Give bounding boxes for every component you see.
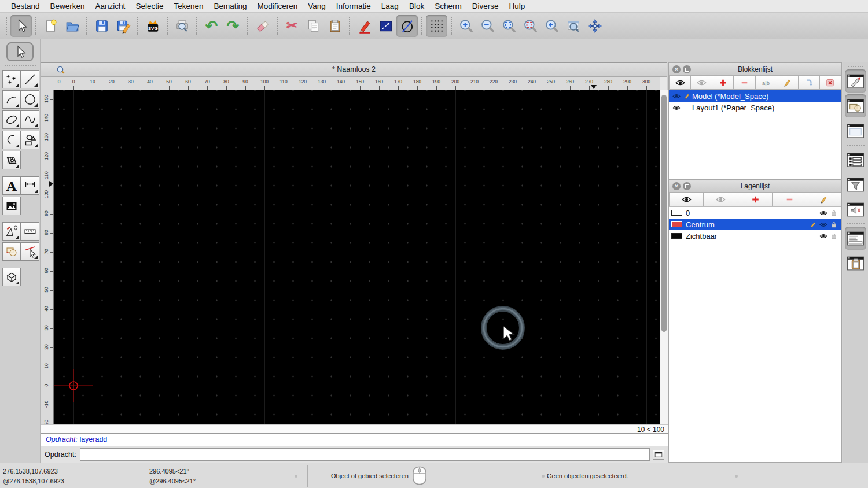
tool-measure-button[interactable] xyxy=(21,222,39,241)
block-row[interactable]: Model (*Model_Space) xyxy=(669,90,841,102)
save-drawing-as-button[interactable] xyxy=(112,15,134,37)
insert-block-button[interactable] xyxy=(799,76,820,90)
zoom-auto-button[interactable] xyxy=(498,15,520,37)
menu-selectie[interactable]: Selectie xyxy=(130,0,168,13)
copy-button[interactable] xyxy=(303,15,324,37)
eye-icon[interactable] xyxy=(818,232,829,240)
lock-icon[interactable] xyxy=(829,220,839,228)
tool-image-button[interactable] xyxy=(2,197,21,215)
pencil-icon[interactable] xyxy=(808,220,818,228)
tool-line-button[interactable] xyxy=(21,70,39,88)
open-drawing-button[interactable] xyxy=(61,15,83,37)
tool-hatch-button[interactable] xyxy=(2,151,21,169)
toggle-announcement-widget-button[interactable] xyxy=(845,198,866,221)
tool-modify-button[interactable] xyxy=(2,242,21,261)
toggle-layer-filter-button[interactable] xyxy=(845,173,866,196)
delete-block-button[interactable] xyxy=(820,76,841,90)
edit-layer-button[interactable] xyxy=(807,193,841,206)
toggle-block-edit-widget-button[interactable] xyxy=(845,69,866,93)
lock-icon[interactable] xyxy=(829,232,839,240)
menu-hulp[interactable]: Hulp xyxy=(503,0,530,13)
show-all-layers-button[interactable] xyxy=(669,193,704,206)
select-tool-button[interactable] xyxy=(10,15,32,37)
tool-3d-button[interactable] xyxy=(2,268,21,286)
tool-drafting-button[interactable] xyxy=(2,222,21,241)
tool-dimension-button[interactable] xyxy=(21,176,39,195)
drawing-canvas[interactable] xyxy=(54,90,660,424)
vertical-scrollbar[interactable] xyxy=(660,90,668,424)
redo-button[interactable]: ↷ xyxy=(222,15,244,37)
dock-grip[interactable] xyxy=(5,65,36,66)
eye-icon[interactable] xyxy=(818,220,829,228)
zoom-out-button[interactable] xyxy=(477,15,498,37)
show-all-blocks-button[interactable] xyxy=(669,76,691,90)
edit-block-button[interactable] xyxy=(777,76,799,90)
pen-attributes-button[interactable] xyxy=(354,15,375,37)
menu-laag[interactable]: Laag xyxy=(376,0,404,13)
toggle-library-browser-button[interactable] xyxy=(845,94,866,117)
new-drawing-button[interactable] xyxy=(40,15,61,37)
command-detach-button[interactable] xyxy=(653,450,664,460)
toggle-clipboard-widget-button[interactable] xyxy=(845,252,866,275)
menu-modificeren[interactable]: Modificeren xyxy=(252,0,303,13)
tool-text-button[interactable]: A xyxy=(2,176,21,195)
print-preview-button[interactable] xyxy=(171,15,193,37)
menu-aanzicht[interactable]: Aanzicht xyxy=(90,0,131,13)
add-block-button[interactable] xyxy=(712,76,734,90)
block-row[interactable]: Layout1 (*Paper_Space) xyxy=(669,102,841,113)
remove-block-button[interactable] xyxy=(734,76,755,90)
layer-row[interactable]: 0 xyxy=(669,207,841,219)
tool-shapes-button[interactable] xyxy=(21,131,39,149)
toggle-layer-list-button[interactable] xyxy=(845,148,866,171)
vertical-scrollbar-thumb[interactable] xyxy=(661,95,667,332)
draft-mode-button[interactable] xyxy=(396,15,418,37)
menu-scherm[interactable]: Scherm xyxy=(429,0,467,13)
toggle-command-widget-button[interactable] xyxy=(845,227,866,250)
add-layer-button[interactable] xyxy=(738,193,773,206)
menu-informatie[interactable]: Informatie xyxy=(331,0,376,13)
command-input[interactable] xyxy=(80,448,650,461)
menu-tekenen[interactable]: Tekenen xyxy=(168,0,208,13)
toolbar-grip[interactable] xyxy=(6,17,8,35)
pencil-icon[interactable] xyxy=(682,92,692,100)
layer-row[interactable]: Zichtbaar xyxy=(669,230,841,242)
tool-ellipse-button[interactable] xyxy=(2,110,21,129)
tool-arc-button[interactable] xyxy=(2,90,21,109)
menu-blok[interactable]: Blok xyxy=(404,0,429,13)
undo-button[interactable]: ↶ xyxy=(201,15,222,37)
toggle-blank-widget-button[interactable] xyxy=(845,119,866,142)
tool-circle-button[interactable] xyxy=(21,90,39,109)
cut-button[interactable]: ✂ xyxy=(281,15,303,37)
hide-all-layers-button[interactable] xyxy=(704,193,738,206)
export-svg-button[interactable]: SVG xyxy=(142,15,163,37)
save-drawing-button[interactable] xyxy=(91,15,112,37)
tool-points-button[interactable] xyxy=(2,70,21,88)
zoom-previous-button[interactable] xyxy=(541,15,562,37)
eye-icon[interactable] xyxy=(671,103,682,112)
select-tool-button[interactable] xyxy=(6,42,34,61)
eye-icon[interactable] xyxy=(671,92,682,100)
tool-select-entities-button[interactable] xyxy=(21,242,39,261)
zoom-pan-button[interactable] xyxy=(584,15,605,37)
horizontal-scrollbar[interactable]: 10 < 100 xyxy=(41,424,668,433)
delete-entities-button[interactable] xyxy=(252,15,273,37)
paste-button[interactable] xyxy=(324,15,345,37)
tool-polyline-button[interactable] xyxy=(2,131,21,149)
menu-vang[interactable]: Vang xyxy=(303,0,331,13)
hide-all-blocks-button[interactable] xyxy=(691,76,712,90)
zoom-selected-button[interactable] xyxy=(520,15,541,37)
menu-diverse[interactable]: Diverse xyxy=(467,0,504,13)
drawing-window-titlebar[interactable]: * Naamloos 2 xyxy=(41,63,667,77)
eye-icon[interactable] xyxy=(818,209,829,217)
lock-icon[interactable] xyxy=(829,209,839,217)
remove-layer-button[interactable] xyxy=(773,193,807,206)
menu-bestand[interactable]: Bestand xyxy=(6,0,45,13)
grid-toggle-button[interactable] xyxy=(426,15,447,37)
menu-bemating[interactable]: Bemating xyxy=(208,0,252,13)
layer-row[interactable]: Centrum xyxy=(669,219,841,230)
strip-grip[interactable] xyxy=(848,66,863,67)
rename-block-button[interactable]: a|b xyxy=(756,76,777,90)
zoom-in-button[interactable] xyxy=(455,15,477,37)
line-attributes-button[interactable] xyxy=(375,15,396,37)
tool-spline-button[interactable] xyxy=(21,110,39,129)
